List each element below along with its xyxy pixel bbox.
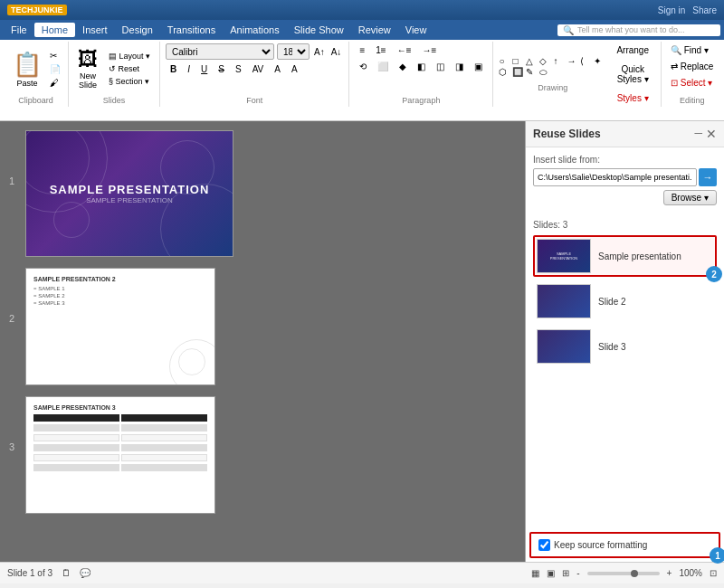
format-painter-button[interactable]: 🖌 bbox=[48, 77, 62, 89]
browse-label: Browse bbox=[672, 193, 701, 203]
slide-thumb-1[interactable]: SAMPLE PRESENTATION SAMPLE PRESENTATION bbox=[25, 130, 233, 257]
menu-review[interactable]: Review bbox=[351, 23, 398, 37]
view-normal-icon[interactable]: ▦ bbox=[531, 568, 539, 578]
ribbon-paragraph-group: ≡ 1≡ ←≡ →≡ ⟲ ⬜ ◆ ◧ ◫ ◨ ▣ Paragraph bbox=[349, 42, 493, 107]
decrease-indent-button[interactable]: ←≡ bbox=[393, 43, 416, 57]
cut-button[interactable]: ✂ bbox=[48, 50, 62, 62]
select-button[interactable]: ⊡ Select ▾ bbox=[667, 76, 717, 90]
slide1-title: SAMPLE PRESENTATION bbox=[50, 183, 210, 196]
status-bar: Slide 1 of 3 🗒 💬 ▦ ▣ ⊞ - + 100% ⊡ bbox=[0, 562, 724, 583]
char-spacing-button[interactable]: AV bbox=[248, 62, 269, 76]
menu-home[interactable]: Home bbox=[34, 23, 75, 37]
reuse-close-icon[interactable]: ✕ bbox=[706, 127, 717, 141]
slides-count: Slides: 3 bbox=[533, 220, 717, 230]
menu-transitions[interactable]: Transitions bbox=[160, 23, 223, 37]
reuse-path-input[interactable] bbox=[533, 168, 697, 186]
slide-number-2: 2 bbox=[9, 313, 18, 324]
font-name-select[interactable]: Calibri bbox=[166, 43, 274, 60]
font-color-button[interactable]: A bbox=[270, 62, 285, 76]
menu-insert[interactable]: Insert bbox=[75, 23, 115, 37]
quick-styles-button[interactable]: QuickStyles ▾ bbox=[610, 62, 655, 87]
highlight-button[interactable]: A bbox=[287, 62, 302, 76]
underline-button[interactable]: U bbox=[196, 62, 212, 76]
slide-number-3: 3 bbox=[9, 441, 18, 452]
decrease-font-size-button[interactable]: A↓ bbox=[329, 46, 344, 58]
slide1-subtitle: SAMPLE PRESENTATION bbox=[86, 196, 173, 204]
zoom-slider[interactable] bbox=[587, 572, 660, 575]
view-slide-icon[interactable]: ⊞ bbox=[562, 568, 569, 578]
menu-view[interactable]: View bbox=[398, 23, 434, 37]
zoom-in-icon[interactable]: + bbox=[667, 568, 672, 578]
search-placeholder: Tell me what you want to do... bbox=[577, 25, 685, 34]
share-button[interactable]: Share bbox=[692, 5, 717, 15]
justify-button[interactable]: ▣ bbox=[470, 60, 487, 73]
align-left-button[interactable]: ◧ bbox=[413, 60, 430, 73]
bold-button[interactable]: B bbox=[166, 62, 181, 76]
new-slide-button[interactable]: 🖼 New Slide bbox=[74, 46, 101, 91]
reuse-slide-item-2[interactable]: Slide 2 bbox=[533, 280, 717, 322]
slide-thumb-2[interactable]: SAMPLE PRESENTATION 2 = SAMPLE 1 = SAMPL… bbox=[25, 268, 215, 385]
slide-row-2: 2 SAMPLE PRESENTATION 2 = SAMPLE 1 = SAM… bbox=[9, 268, 516, 385]
italic-button[interactable]: I bbox=[183, 62, 195, 76]
reuse-minimize-icon[interactable]: ─ bbox=[694, 127, 702, 141]
copy-button[interactable]: 📄 bbox=[48, 63, 62, 75]
menu-search[interactable]: 🔍 Tell me what you want to do... bbox=[557, 24, 720, 36]
reuse-path-row: → bbox=[533, 168, 717, 186]
reuse-slides-body: Insert slide from: → Browse ▾ Slides: 3 … bbox=[526, 147, 724, 528]
reuse-slide-thumb-2 bbox=[537, 284, 591, 318]
reuse-slide-thumb-3 bbox=[537, 329, 591, 364]
smartart-button[interactable]: ◆ bbox=[395, 60, 411, 73]
paste-button[interactable]: 📋 Paste bbox=[9, 49, 45, 90]
notes-icon[interactable]: 🗒 bbox=[62, 568, 71, 578]
replace-button[interactable]: ⇄ Replace bbox=[667, 60, 717, 73]
view-outline-icon[interactable]: ▣ bbox=[547, 568, 555, 578]
slide2-title: SAMPLE PRESENTATION 2 bbox=[33, 276, 207, 282]
section-button[interactable]: § Section ▾ bbox=[105, 76, 154, 87]
title-bar-left: TECHJUNKIE bbox=[7, 5, 67, 15]
align-right-button[interactable]: ◨ bbox=[451, 60, 468, 73]
reuse-slide-item-1[interactable]: SAMPLEPRESENTATION Sample presentation 2 bbox=[533, 235, 717, 277]
reuse-slides-panel: Reuse Slides ─ ✕ Insert slide from: → Br… bbox=[525, 121, 724, 562]
reuse-slide-item-3[interactable]: Slide 3 bbox=[533, 326, 717, 367]
comments-icon[interactable]: 💬 bbox=[80, 568, 90, 578]
keep-source-checkbox[interactable] bbox=[538, 539, 550, 551]
main-area: 1 SAMPLE PRESENTATION SAMPLE PRESENTATIO… bbox=[0, 121, 724, 562]
center-button[interactable]: ◫ bbox=[432, 60, 449, 73]
numbering-button[interactable]: 1≡ bbox=[371, 43, 390, 57]
zoom-thumb[interactable] bbox=[631, 570, 638, 577]
find-button[interactable]: 🔍 Find ▾ bbox=[667, 43, 717, 57]
align-text-button[interactable]: ⬜ bbox=[373, 60, 393, 73]
zoom-level: 100% bbox=[679, 568, 702, 578]
fit-window-icon[interactable]: ⊡ bbox=[710, 568, 717, 578]
slide3-title: SAMPLE PRESENTATION 3 bbox=[33, 404, 207, 411]
keep-source-label[interactable]: Keep source formatting bbox=[554, 540, 647, 550]
shadow-button[interactable]: S bbox=[231, 62, 246, 76]
zoom-out-icon[interactable]: - bbox=[576, 568, 579, 578]
strikethrough-button[interactable]: S bbox=[214, 62, 229, 76]
menu-file[interactable]: File bbox=[4, 23, 34, 37]
layout-button[interactable]: ▤ Layout ▾ bbox=[105, 51, 154, 62]
slide-panel: 1 SAMPLE PRESENTATION SAMPLE PRESENTATIO… bbox=[0, 121, 525, 562]
menu-animations[interactable]: Animations bbox=[223, 23, 286, 37]
ribbon-slides-group: 🖼 New Slide ▤ Layout ▾ ↺ Reset § Section… bbox=[69, 42, 160, 107]
slide2-items: = SAMPLE 1 = SAMPLE 2 = SAMPLE 3 bbox=[33, 286, 207, 306]
menu-slideshow[interactable]: Slide Show bbox=[287, 23, 351, 37]
browse-button[interactable]: Browse ▾ bbox=[663, 190, 717, 205]
increase-indent-button[interactable]: →≡ bbox=[417, 43, 441, 57]
app-logo: TECHJUNKIE bbox=[7, 5, 67, 15]
clipboard-label: Clipboard bbox=[18, 94, 53, 105]
increase-font-size-button[interactable]: A↑ bbox=[312, 46, 327, 58]
arrange-button[interactable]: Arrange bbox=[610, 43, 655, 58]
bullets-button[interactable]: ≡ bbox=[355, 43, 369, 57]
signin-link[interactable]: Sign in bbox=[658, 5, 686, 15]
browse-dropdown-icon: ▾ bbox=[704, 193, 709, 203]
shapes-grid[interactable]: ○□△◇ ↑→⟨✦ ⬡🔲✎⬭ bbox=[499, 56, 606, 78]
menu-design[interactable]: Design bbox=[115, 23, 160, 37]
status-left: Slide 1 of 3 🗒 💬 bbox=[7, 568, 90, 578]
styles-button[interactable]: Styles ▾ bbox=[610, 90, 655, 106]
slide-thumb-3[interactable]: SAMPLE PRESENTATION 3 bbox=[25, 396, 215, 514]
font-size-select[interactable]: 18 bbox=[277, 43, 310, 60]
reuse-path-go-button[interactable]: → bbox=[699, 168, 717, 186]
text-direction-button[interactable]: ⟲ bbox=[355, 60, 371, 73]
reset-button[interactable]: ↺ Reset bbox=[105, 63, 154, 74]
